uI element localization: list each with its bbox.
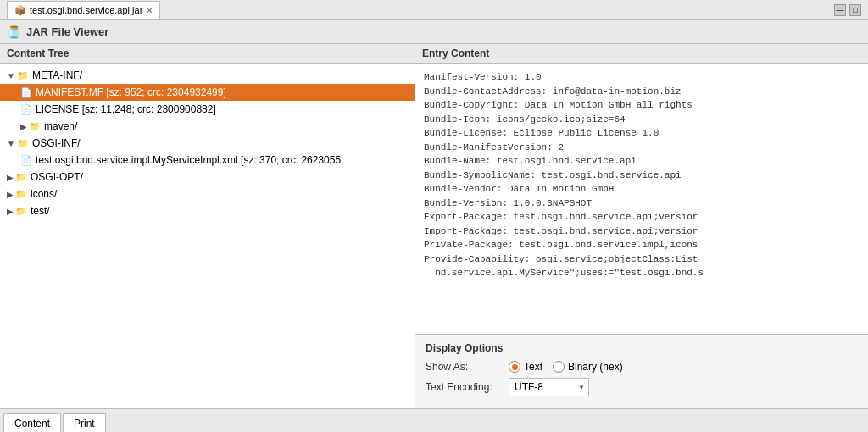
tree-label-icons: icons/ xyxy=(31,188,57,200)
tree-item-osgi-opt[interactable]: ▶📁OSGI-OPT/ xyxy=(0,169,415,186)
display-options: Display Options Show As: Text Binary (he… xyxy=(415,335,868,408)
tree-arrow-maven: ▶ xyxy=(20,122,27,131)
tree-item-osgi-inf[interactable]: ▼📁OSGI-INF/ xyxy=(0,135,415,152)
tree-label-license: LICENSE [sz: 11,248; crc: 2300900882] xyxy=(36,103,216,115)
tab-icon: 📦 xyxy=(14,5,26,16)
content-line: Bundle-ManifestVersion: 2 xyxy=(424,141,860,155)
text-encoding-row: Text Encoding: UTF-8UTF-16ISO-8859-1US-A… xyxy=(426,378,858,396)
tree-file-icon-myservice: 📄 xyxy=(20,155,32,166)
content-line: Bundle-SymbolicName: test.osgi.bnd.servi… xyxy=(424,169,860,183)
tree-label-manifest: MANIFEST.MF [sz: 952; crc: 2304932499] xyxy=(36,86,226,98)
tree-file-icon-test: 📁 xyxy=(15,206,27,217)
main-tab[interactable]: 📦 test.osgi.bnd.service.api.jar ✕ xyxy=(7,1,160,19)
maximize-button[interactable]: □ xyxy=(849,4,861,16)
tree-file-icon-license: 📄 xyxy=(20,104,32,115)
text-encoding-label: Text Encoding: xyxy=(426,381,502,393)
minimize-button[interactable]: — xyxy=(834,4,846,16)
tree-file-icon-osgi-inf: 📁 xyxy=(17,138,29,149)
binary-radio-option[interactable]: Binary (hex) xyxy=(553,361,623,373)
right-panel: Entry Content Manifest-Version: 1.0Bundl… xyxy=(415,44,868,408)
content-line: Private-Package: test.osgi.bnd.service.i… xyxy=(424,238,860,252)
display-options-header: Display Options xyxy=(426,342,858,354)
tree-item-myservice[interactable]: 📄test.osgi.bnd.service.impl.MyServiceImp… xyxy=(0,152,415,169)
content-line: Bundle-Vendor: Data In Motion GmbH xyxy=(424,182,860,197)
tree-item-manifest[interactable]: 📄MANIFEST.MF [sz: 952; crc: 2304932499] xyxy=(0,84,415,101)
title-bar: 📦 test.osgi.bnd.service.api.jar ✕ — □ xyxy=(0,0,868,20)
content-line: nd.service.api.MyService";uses:="test.os… xyxy=(424,266,860,280)
text-radio-button[interactable] xyxy=(509,361,520,373)
jar-viewer-title: JAR File Viewer xyxy=(26,25,108,38)
jar-viewer-header: 🫙 JAR File Viewer xyxy=(0,20,868,44)
text-radio-label: Text xyxy=(524,361,542,373)
bottom-tabs: ContentPrint xyxy=(0,408,868,432)
tree-label-maven: maven/ xyxy=(44,120,77,132)
content-line: Export-Package: test.osgi.bnd.service.ap… xyxy=(424,210,860,224)
tree-file-icon-maven: 📁 xyxy=(29,121,41,132)
window-controls: — □ xyxy=(834,4,861,16)
encoding-select-wrapper: UTF-8UTF-16ISO-8859-1US-ASCII xyxy=(509,378,589,396)
tree-file-icon-manifest: 📄 xyxy=(20,87,32,98)
tree-arrow-osgi-opt: ▶ xyxy=(7,173,14,182)
main-content: Content Tree ▼📁META-INF/📄MANIFEST.MF [sz… xyxy=(0,44,868,408)
show-as-label: Show As: xyxy=(426,361,502,373)
tree-item-license[interactable]: 📄LICENSE [sz: 11,248; crc: 2300900882] xyxy=(0,101,415,118)
binary-radio-label: Binary (hex) xyxy=(568,361,623,373)
tree-file-icon-icons: 📁 xyxy=(15,189,27,200)
binary-radio-button[interactable] xyxy=(553,361,565,373)
tree-label-meta-inf: META-INF/ xyxy=(32,69,82,81)
tree-arrow-test: ▶ xyxy=(7,207,14,216)
content-line: Provide-Capability: osgi.service;objectC… xyxy=(424,252,860,267)
jar-header-icon: 🫙 xyxy=(7,25,21,39)
tree-arrow-icons: ▶ xyxy=(7,190,14,199)
tree-item-icons[interactable]: ▶📁icons/ xyxy=(0,186,415,202)
tree-label-test: test/ xyxy=(31,205,50,217)
tree-item-maven[interactable]: ▶📁maven/ xyxy=(0,118,415,135)
tree-arrow-meta-inf: ▼ xyxy=(7,71,15,80)
content-line: Bundle-ContactAddress: info@data-in-moti… xyxy=(424,85,860,99)
tab-label: test.osgi.bnd.service.api.jar xyxy=(30,5,142,15)
tree-content: ▼📁META-INF/📄MANIFEST.MF [sz: 952; crc: 2… xyxy=(0,64,415,408)
encoding-select[interactable]: UTF-8UTF-16ISO-8859-1US-ASCII xyxy=(509,378,589,396)
left-panel: Content Tree ▼📁META-INF/📄MANIFEST.MF [sz… xyxy=(0,44,415,408)
content-line: Bundle-Version: 1.0.0.SNAPSHOT xyxy=(424,197,860,211)
show-as-row: Show As: Text Binary (hex) xyxy=(426,361,858,373)
entry-content-header: Entry Content xyxy=(415,44,868,64)
tree-label-osgi-opt: OSGI-OPT/ xyxy=(31,171,83,183)
tree-label-osgi-inf: OSGI-INF/ xyxy=(32,137,81,149)
show-as-radio-group: Text Binary (hex) xyxy=(509,361,623,373)
tree-label-myservice: test.osgi.bnd.service.impl.MyServiceImpl… xyxy=(36,154,341,166)
content-line: Bundle-Copyright: Data In Motion GmbH al… xyxy=(424,98,860,113)
content-line: Manifest-Version: 1.0 xyxy=(424,70,860,85)
text-radio-option[interactable]: Text xyxy=(509,361,542,373)
content-tree-header: Content Tree xyxy=(0,44,415,64)
tree-file-icon-osgi-opt: 📁 xyxy=(15,172,27,183)
tree-item-meta-inf[interactable]: ▼📁META-INF/ xyxy=(0,67,415,84)
tree-arrow-osgi-inf: ▼ xyxy=(7,139,15,148)
tree-file-icon-meta-inf: 📁 xyxy=(17,70,29,81)
content-line: Import-Package: test.osgi.bnd.service.ap… xyxy=(424,224,860,239)
content-line: Bundle-Icon: icons/gecko.ico;size=64 xyxy=(424,113,860,127)
bottom-tab-print[interactable]: Print xyxy=(63,413,106,432)
tree-item-test[interactable]: ▶📁test/ xyxy=(0,202,415,219)
entry-content-area: Manifest-Version: 1.0Bundle-ContactAddre… xyxy=(415,64,868,335)
content-line: Bundle-License: Eclipse Public License 1… xyxy=(424,126,860,141)
bottom-tab-content[interactable]: Content xyxy=(3,413,61,432)
content-line: Bundle-Name: test.osgi.bnd.service.api xyxy=(424,154,860,169)
tab-close-icon[interactable]: ✕ xyxy=(146,6,153,15)
